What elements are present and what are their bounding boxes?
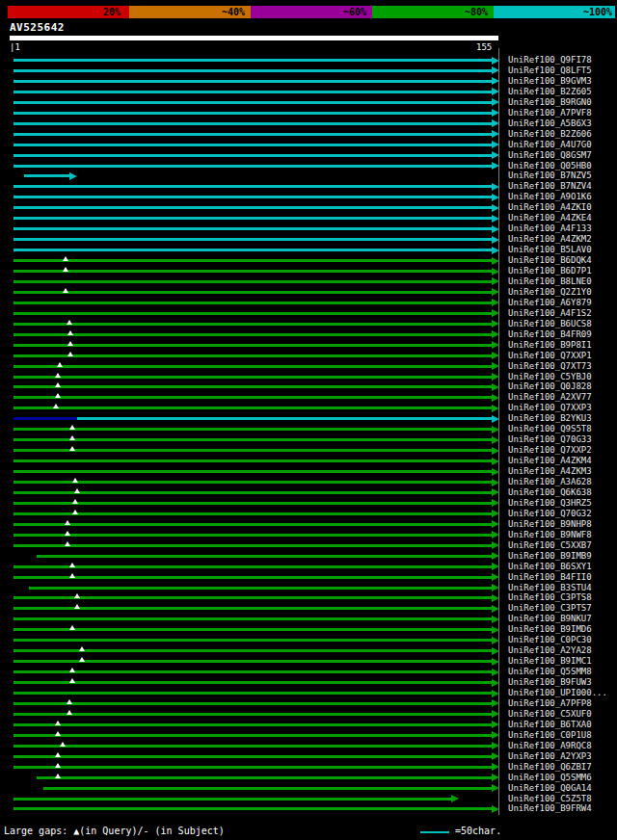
- alignment-bar[interactable]: [13, 238, 492, 241]
- alignment-bar[interactable]: [13, 502, 492, 505]
- alignment-bar[interactable]: [13, 512, 492, 515]
- alignment-bar[interactable]: [13, 154, 492, 157]
- alignment-bar[interactable]: [13, 365, 492, 368]
- hit-label[interactable]: UniRef100_Q5SMM8: [508, 667, 592, 677]
- hit-label[interactable]: UniRef100_B6UCS8: [508, 319, 592, 329]
- alignment-bar[interactable]: [13, 144, 492, 146]
- alignment-bar[interactable]: [13, 470, 492, 473]
- hit-label[interactable]: UniRef100_A4ZKI0: [508, 202, 592, 213]
- hit-label[interactable]: UniRef100_Q9FI78: [508, 55, 592, 66]
- alignment-bar[interactable]: [13, 165, 492, 168]
- hit-label[interactable]: UniRef100_B9GVM3: [508, 76, 592, 87]
- hit-label[interactable]: UniRef100_B9FRW4: [508, 803, 592, 814]
- hit-label[interactable]: UniRef100_Q7XXP2: [508, 445, 592, 456]
- hit-label[interactable]: UniRef100_B9NKU7: [508, 614, 592, 624]
- alignment-bar[interactable]: [13, 428, 492, 431]
- alignment-bar[interactable]: [13, 206, 492, 209]
- hit-label[interactable]: UniRef100_C5Z5T8: [508, 794, 592, 804]
- hit-label[interactable]: UniRef100_A4F1S2: [508, 308, 592, 319]
- alignment-bar[interactable]: [13, 80, 492, 83]
- alignment-bar[interactable]: [43, 787, 492, 790]
- hit-label[interactable]: UniRef100_A7PVF8: [508, 108, 592, 118]
- hit-label[interactable]: UniRef100_B6SXY1: [508, 562, 592, 572]
- alignment-bar[interactable]: [13, 544, 492, 547]
- alignment-bar[interactable]: [13, 713, 492, 716]
- hit-label[interactable]: UniRef100_Q6ZBI7: [508, 762, 592, 773]
- hit-label[interactable]: UniRef100_B7NZV5: [508, 171, 592, 181]
- alignment-bar[interactable]: [13, 323, 492, 326]
- hit-label[interactable]: UniRef100_A2YA28: [508, 645, 592, 656]
- alignment-bar[interactable]: [13, 491, 492, 494]
- alignment-bar[interactable]: [13, 438, 492, 441]
- hit-label[interactable]: UniRef100_A3A628: [508, 477, 592, 487]
- alignment-bar[interactable]: [13, 755, 492, 758]
- hit-label[interactable]: UniRef100_B6TXA0: [508, 720, 592, 730]
- hit-label[interactable]: UniRef100_C0P1U8: [508, 730, 592, 741]
- hit-label[interactable]: UniRef100_B3STU4: [508, 583, 592, 593]
- alignment-bar[interactable]: [13, 660, 492, 663]
- alignment-bar[interactable]: [13, 692, 492, 695]
- hit-label[interactable]: UniRef100_Q8LFT5: [508, 66, 592, 76]
- hit-label[interactable]: UniRef100_Q05HB0: [508, 161, 592, 171]
- hit-label[interactable]: UniRef100_B8LNE0: [508, 276, 592, 287]
- alignment-bar[interactable]: [13, 101, 492, 104]
- hit-label[interactable]: UniRef100_B2Z606: [508, 129, 592, 140]
- hit-label[interactable]: UniRef100_B6D7P1: [508, 266, 592, 276]
- hit-label[interactable]: UniRef100_B4FR09: [508, 329, 592, 340]
- hit-label[interactable]: UniRef100_B5LAV0: [508, 245, 592, 255]
- hit-label[interactable]: UniRef100_A4ZKE4: [508, 213, 592, 223]
- hit-label[interactable]: UniRef100_B9FUW3: [508, 677, 592, 688]
- hit-label[interactable]: UniRef100_B9IMB9: [508, 551, 592, 562]
- alignment-bar[interactable]: [13, 565, 492, 568]
- hit-label[interactable]: UniRef100_A5B6X3: [508, 118, 592, 129]
- alignment-bar[interactable]: [13, 407, 492, 409]
- alignment-bar[interactable]: [13, 217, 492, 220]
- hit-label[interactable]: UniRef100_B6DQK4: [508, 255, 592, 266]
- hit-label[interactable]: UniRef100_C5XXB7: [508, 540, 592, 551]
- hit-label[interactable]: UniRef100_Q5SMM6: [508, 773, 592, 783]
- hit-label[interactable]: UniRef100_A6Y879: [508, 298, 592, 308]
- hit-label[interactable]: UniRef100_A4U7G0: [508, 140, 592, 150]
- alignment-bar[interactable]: [13, 376, 492, 379]
- hit-label[interactable]: UniRef100_A4ZKM3: [508, 466, 592, 477]
- hit-label[interactable]: UniRef100_UPI000...: [508, 688, 607, 698]
- alignment-bar[interactable]: [13, 185, 492, 188]
- hit-label[interactable]: UniRef100_A2YXP3: [508, 751, 592, 762]
- alignment-bar[interactable]: [13, 280, 492, 283]
- hit-label[interactable]: UniRef100_C0PC30: [508, 635, 592, 645]
- alignment-bar[interactable]: [13, 639, 492, 642]
- alignment-bar[interactable]: [13, 649, 492, 652]
- alignment-bar[interactable]: [13, 607, 492, 610]
- alignment-bar[interactable]: [13, 354, 492, 357]
- hit-label[interactable]: UniRef100_Q3HRZ5: [508, 498, 592, 509]
- hit-label[interactable]: UniRef100_Q6K638: [508, 487, 592, 498]
- hit-label[interactable]: UniRef100_Q7XXP1: [508, 351, 592, 361]
- hit-label[interactable]: UniRef100_Q70G33: [508, 434, 592, 445]
- hit-label[interactable]: UniRef100_B7NZV4: [508, 181, 592, 192]
- hit-label[interactable]: UniRef100_C3PTS8: [508, 592, 592, 603]
- alignment-bar[interactable]: [13, 344, 492, 347]
- alignment-bar[interactable]: [13, 449, 492, 452]
- hit-label[interactable]: UniRef100_B9IMD6: [508, 624, 592, 635]
- alignment-bar[interactable]: [13, 702, 492, 705]
- alignment-bar[interactable]: [13, 459, 492, 462]
- alignment-bar[interactable]: [29, 587, 492, 590]
- alignment-bar[interactable]: [13, 745, 492, 748]
- alignment-bar[interactable]: [13, 59, 492, 62]
- alignment-bar[interactable]: [13, 617, 492, 620]
- alignment-bar[interactable]: [77, 417, 492, 420]
- hit-label[interactable]: UniRef100_B2YKU3: [508, 413, 592, 424]
- hit-label[interactable]: UniRef100_Q7XXP3: [508, 403, 592, 413]
- alignment-bar[interactable]: [37, 776, 492, 779]
- alignment-bar[interactable]: [13, 196, 492, 198]
- alignment-bar[interactable]: [13, 523, 492, 526]
- alignment-bar[interactable]: [13, 333, 492, 336]
- hit-label[interactable]: UniRef100_Q0GA14: [508, 783, 592, 794]
- alignment-bar[interactable]: [13, 312, 492, 315]
- alignment-bar[interactable]: [13, 69, 492, 72]
- alignment-bar[interactable]: [13, 91, 492, 93]
- hit-label[interactable]: UniRef100_B9NHP8: [508, 519, 592, 530]
- alignment-bar[interactable]: [13, 259, 492, 262]
- alignment-bar[interactable]: [13, 798, 451, 801]
- hit-label[interactable]: UniRef100_Q8GSM7: [508, 150, 592, 161]
